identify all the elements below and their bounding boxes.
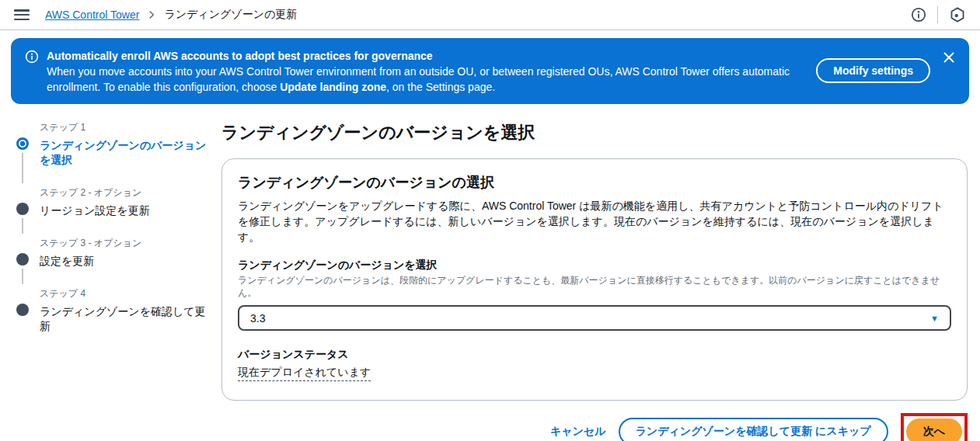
wizard-step-2: ステップ 2 - オプション リージョン設定を更新 bbox=[16, 186, 220, 237]
step-title[interactable]: リージョン設定を更新 bbox=[40, 203, 209, 218]
wizard-step-1: ステップ 1 ランディングゾーンのバージョンを選択 bbox=[16, 121, 220, 186]
flashbar-body: When you move accounts into your AWS Con… bbox=[47, 64, 808, 95]
divider bbox=[937, 6, 938, 23]
cancel-button[interactable]: キャンセル bbox=[550, 425, 606, 439]
step-title[interactable]: 設定を更新 bbox=[40, 254, 209, 269]
version-selection-card: ランディングゾーンのバージョンの選択 ランディングゾーンをアップグレードする際に… bbox=[221, 158, 968, 401]
hamburger-menu-icon[interactable] bbox=[14, 9, 30, 20]
flashbar-message: Automatically enroll AWS accounts to ado… bbox=[47, 48, 808, 95]
step-active-radio-icon bbox=[16, 137, 29, 150]
skip-to-review-button[interactable]: ランディングゾーンを確認して更新 にスキップ bbox=[619, 418, 888, 441]
breadcrumb-link-aws-control-tower[interactable]: AWS Control Tower bbox=[45, 9, 139, 21]
version-select-dropdown[interactable]: 3.3 ▼ bbox=[238, 305, 951, 331]
wizard-content: ランディングゾーンのバージョンを選択 ランディングゾーンのバージョンの選択 ラン… bbox=[221, 121, 968, 441]
step-label: ステップ 4 bbox=[40, 287, 220, 300]
next-button[interactable]: 次へ bbox=[906, 418, 962, 441]
wizard-actions: キャンセル ランディングゾーンを確認して更新 にスキップ 次へ bbox=[221, 413, 968, 441]
step-circle-icon bbox=[16, 304, 29, 316]
version-status: バージョンステータス 現在デプロイされています bbox=[238, 348, 951, 381]
top-navigation: AWS Control Tower ランディングゾーンの更新 bbox=[0, 0, 980, 30]
close-icon[interactable] bbox=[941, 50, 957, 68]
version-select-constraint: ランディングゾーンのバージョンは、段階的にアップグレードすることも、最新バージョ… bbox=[238, 274, 949, 299]
breadcrumb-current: ランディングゾーンの更新 bbox=[164, 8, 297, 22]
version-status-label: バージョンステータス bbox=[238, 348, 951, 362]
version-select-label: ランディングゾーンのバージョンを選択 bbox=[238, 259, 951, 273]
flashbar-title: Automatically enroll AWS accounts to ado… bbox=[47, 48, 808, 64]
info-icon[interactable] bbox=[911, 7, 926, 23]
step-circle-icon bbox=[16, 203, 29, 215]
version-select-value: 3.3 bbox=[250, 312, 265, 325]
wizard-step-4: ステップ 4 ランディングゾーンを確認して更新 bbox=[16, 287, 220, 352]
chevron-right-icon bbox=[147, 10, 156, 19]
step-title[interactable]: ランディングゾーンを確認して更新 bbox=[40, 304, 209, 334]
version-select-field: ランディングゾーンのバージョンを選択 ランディングゾーンのバージョンは、段階的に… bbox=[238, 259, 951, 331]
modify-settings-button[interactable]: Modify settings bbox=[816, 58, 930, 83]
info-flashbar: Automatically enroll AWS accounts to ado… bbox=[11, 38, 969, 104]
card-description: ランディングゾーンをアップグレードする際に、AWS Control Tower … bbox=[238, 198, 949, 245]
chevron-down-icon: ▼ bbox=[930, 314, 939, 323]
info-circle-icon bbox=[25, 50, 39, 67]
step-label: ステップ 1 bbox=[40, 121, 220, 134]
step-label: ステップ 2 - オプション bbox=[40, 186, 220, 200]
page-title: ランディングゾーンのバージョンを選択 bbox=[221, 121, 968, 144]
card-heading: ランディングゾーンのバージョンの選択 bbox=[238, 173, 951, 192]
step-circle-icon bbox=[16, 253, 29, 266]
version-status-value[interactable]: 現在デプロイされています bbox=[238, 366, 371, 381]
amazon-q-hexagon-icon[interactable] bbox=[949, 6, 966, 23]
wizard-step-3: ステップ 3 - オプション 設定を更新 bbox=[16, 237, 220, 287]
step-label: ステップ 3 - オプション bbox=[40, 237, 220, 250]
wizard-steps-nav: ステップ 1 ランディングゾーンのバージョンを選択 ステップ 2 - オプション… bbox=[16, 121, 221, 441]
annotation-highlight-box: 次へ bbox=[901, 413, 968, 441]
step-title[interactable]: ランディングゾーンのバージョンを選択 bbox=[40, 138, 209, 168]
breadcrumb: AWS Control Tower ランディングゾーンの更新 bbox=[45, 8, 297, 22]
